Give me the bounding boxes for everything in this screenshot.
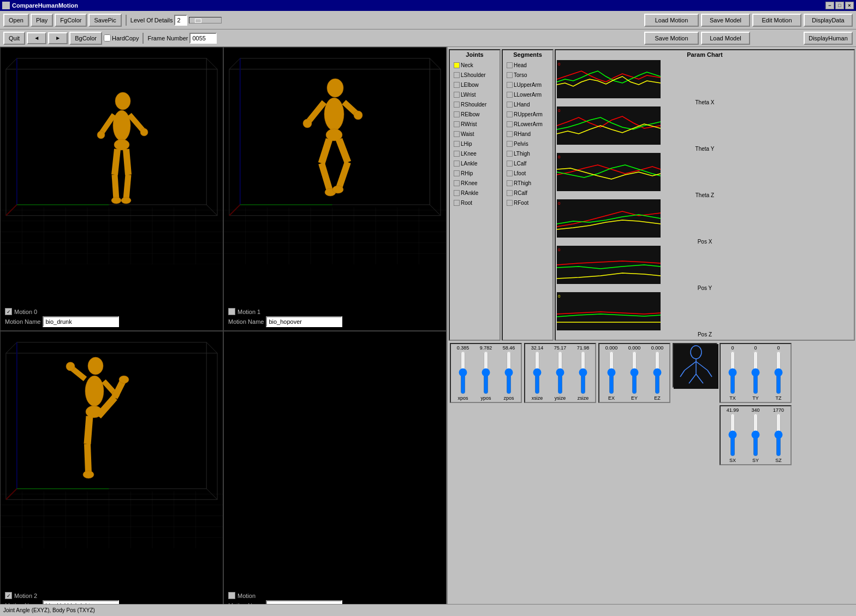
theta-y-chart: 0 (557, 106, 661, 145)
seg-rhand[interactable]: RHand (504, 129, 551, 139)
close-button[interactable]: × (845, 2, 854, 9)
seg-torso[interactable]: Torso (504, 70, 551, 80)
viewport-3[interactable]: Motion Motion Name (223, 331, 447, 615)
svg-line-113 (87, 444, 88, 473)
sx-slider[interactable] (727, 413, 739, 457)
motion-name-input-1[interactable] (266, 316, 342, 327)
seg-lcalf[interactable]: LCalf (504, 158, 551, 168)
zsize-slider[interactable] (577, 351, 589, 394)
xpos-slider[interactable] (457, 351, 469, 394)
ysize-slider[interactable] (554, 351, 566, 394)
joint-rknee[interactable]: RKnee (451, 178, 498, 188)
sz-slider[interactable] (772, 413, 784, 457)
joint-neck[interactable]: Neck (451, 60, 498, 70)
window-controls: − □ × (825, 2, 854, 9)
joint-relbow[interactable]: RElbow (451, 109, 498, 119)
zpos-slider[interactable] (503, 351, 515, 394)
svg-line-17 (206, 58, 217, 69)
svg-line-73 (322, 139, 329, 163)
xpos-slider-group: 0.385 xpos (452, 345, 474, 401)
save-motion-button[interactable]: Save Motion (644, 32, 699, 45)
ez-slider[interactable] (651, 351, 663, 394)
joint-lwrist[interactable]: LWrist (451, 90, 498, 99)
level-of-details-input[interactable] (174, 15, 187, 26)
joint-lshoulder[interactable]: LShoulder (451, 70, 498, 80)
seg-lfoot[interactable]: Lfoot (504, 168, 551, 178)
seg-rupperarm[interactable]: RUpperArm (504, 109, 551, 119)
seg-head[interactable]: Head (504, 60, 551, 70)
seg-lupperarm[interactable]: LUpperArm (504, 80, 551, 90)
seg-lthigh[interactable]: LThigh (504, 149, 551, 158)
load-motion-button[interactable]: Load Motion (644, 14, 699, 27)
ty-slider[interactable] (750, 351, 762, 394)
sy-slider[interactable] (750, 413, 762, 457)
xsize-slider-group: 32.14 xsize (526, 345, 548, 401)
bgcolor-button[interactable]: BgColor (69, 32, 102, 45)
svg-line-95 (206, 342, 217, 353)
viewport-1-checkbox[interactable] (228, 308, 235, 315)
svg-line-112 (87, 416, 90, 444)
tz-slider[interactable] (772, 351, 784, 394)
sliders-area: 0.385 xpos 9.782 ypos 58.46 zpos (448, 342, 856, 466)
seg-rlowerarm[interactable]: RLowerArm (504, 119, 551, 129)
load-model-button[interactable]: Load Model (701, 32, 750, 45)
ey-slider[interactable] (628, 351, 640, 394)
level-slider-thumb[interactable] (195, 19, 201, 23)
level-of-details-label: Level Of Details (130, 17, 173, 23)
maximize-button[interactable]: □ (835, 2, 844, 9)
joint-lelbow[interactable]: LElbow (451, 80, 498, 90)
seg-lhand[interactable]: LHand (504, 99, 551, 109)
seg-rcalf[interactable]: RCalf (504, 188, 551, 198)
motion-name-input-0[interactable] (43, 316, 119, 327)
viewport-3-checkbox[interactable] (228, 592, 235, 599)
seg-llowerarm[interactable]: LLowerArm (504, 90, 551, 99)
next-button[interactable]: ► (48, 32, 68, 44)
xsize-slider[interactable] (531, 351, 543, 394)
savepic-button[interactable]: SavePic (88, 14, 121, 27)
zsize-value: 71.98 (572, 345, 594, 351)
joint-lknee[interactable]: LKnee (451, 149, 498, 158)
viewport-2-checkbox[interactable]: ✓ (5, 592, 12, 599)
joint-waist[interactable]: Waist (451, 129, 498, 139)
level-slider-container (189, 17, 222, 23)
viewport-0-checkbox[interactable]: ✓ (5, 308, 12, 315)
joint-root[interactable]: Root (451, 198, 498, 208)
joint-rwrist[interactable]: RWrist (451, 119, 498, 129)
joint-rshoulder[interactable]: RShoulder (451, 99, 498, 109)
fgcolor-button[interactable]: FgColor (55, 14, 87, 27)
sz-label: SZ (775, 458, 782, 463)
level-slider-track[interactable] (189, 17, 222, 23)
seg-rthigh[interactable]: RThigh (504, 178, 551, 188)
joint-lhip[interactable]: LHip (451, 139, 498, 149)
hardcopy-checkbox-label[interactable]: HardCopy (104, 34, 139, 42)
body-3d-view[interactable] (673, 343, 717, 388)
prev-button[interactable]: ◄ (27, 32, 46, 44)
display-data-button[interactable]: DisplayData (804, 14, 853, 27)
frame-number-input[interactable] (189, 33, 217, 44)
hardcopy-checkbox[interactable] (104, 34, 111, 42)
seg-rfoot[interactable]: RFoot (504, 198, 551, 208)
joint-lankle[interactable]: LAnkle (451, 158, 498, 168)
viewport-2-label: ✓ Motion 2 (5, 592, 37, 599)
save-model-button[interactable]: Save Model (701, 14, 750, 27)
ypos-slider[interactable] (480, 351, 492, 394)
joint-rhip[interactable]: RHip (451, 168, 498, 178)
ex-slider-group: 0.000 EX (601, 345, 622, 401)
svg-point-30 (97, 131, 105, 139)
minimize-button[interactable]: − (825, 2, 834, 9)
edit-motion-button[interactable]: Edit Motion (752, 14, 801, 27)
seg-pelvis[interactable]: Pelvis (504, 139, 551, 149)
open-button[interactable]: Open (3, 14, 29, 27)
viewport-2[interactable]: ✓ Motion 2 Motion Name (0, 331, 223, 615)
viewports-grid: ✓ Motion 0 Motion Name (0, 47, 448, 615)
play-button[interactable]: Play (31, 14, 53, 27)
tx-slider[interactable] (727, 351, 739, 394)
quit-button[interactable]: Quit (3, 32, 25, 45)
viewport-1[interactable]: Motion 1 Motion Name (223, 47, 447, 331)
ey-label: EY (631, 395, 638, 401)
ex-slider[interactable] (605, 351, 617, 394)
viewport-0[interactable]: ✓ Motion 0 Motion Name (0, 47, 223, 331)
joint-rankle[interactable]: RAnkle (451, 188, 498, 198)
display-human-button[interactable]: DisplayHuman (804, 32, 853, 45)
euler-sliders-row: 0.000 EX 0.000 EY 0.000 EZ (601, 345, 668, 401)
